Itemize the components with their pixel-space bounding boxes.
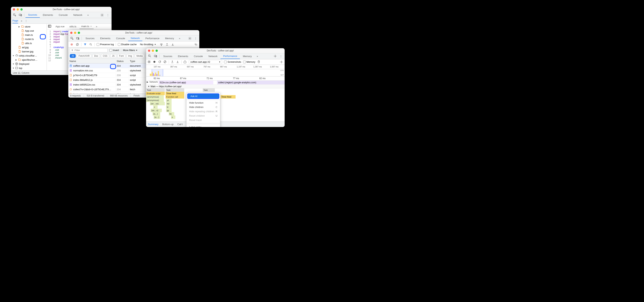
tab-network[interactable]: Network — [128, 36, 142, 41]
flame-fn[interactable]: (an…us) — [150, 102, 165, 105]
editor-tab-app[interactable]: App.vue — [54, 24, 66, 29]
settings-icon[interactable] — [187, 36, 192, 41]
menu-item-label-entry[interactable]: Label entry — [186, 125, 220, 127]
tab-memory[interactable]: Memory — [240, 54, 254, 59]
tab-elements[interactable]: Elements — [40, 12, 56, 17]
flame-fn[interactable]: (a…) — [152, 112, 160, 116]
more-tabs-icon[interactable]: » — [255, 53, 260, 59]
menu-item-ask-ai[interactable]: Ask AI — [187, 93, 219, 99]
settings-icon[interactable] — [272, 53, 278, 59]
tab-elements[interactable]: Elements — [175, 54, 191, 59]
memory-checkbox[interactable]: Memory — [243, 60, 255, 63]
flame-task[interactable]: Task — [146, 88, 165, 92]
chip-css[interactable]: CSS — [101, 54, 109, 58]
download-icon[interactable] — [171, 43, 174, 46]
flame-task[interactable]: Task — [166, 88, 184, 92]
upload-icon[interactable] — [165, 43, 169, 46]
flame-fn[interactable]: (an…s) — [150, 109, 162, 112]
network-conditions-icon[interactable] — [160, 43, 163, 46]
network-segment-css[interactable]: 522e.css (coffee-cart.app) — [158, 81, 213, 85]
flame-fn[interactable]: yz — [166, 99, 172, 102]
network-segment-collect[interactable]: collect (region1.google-analytics.com) — [217, 81, 285, 85]
tab-network[interactable]: Network — [206, 54, 220, 59]
tab-console[interactable]: Console — [191, 54, 206, 59]
col-type[interactable]: Type — [129, 60, 136, 63]
device-toolbar-icon[interactable] — [18, 12, 23, 18]
flame-fn[interactable]: e — [171, 116, 176, 119]
file-tree[interactable]: ▶storeApp.vuemain.tsrouter.tsutils.tsad.… — [11, 24, 47, 70]
tree-item[interactable]: App.vue — [11, 29, 46, 33]
flame-fn[interactable]: wz — [166, 102, 172, 105]
minimize-button[interactable] — [74, 32, 76, 34]
more-filters-dropdown[interactable]: More filters▼ — [123, 49, 138, 52]
record-start-icon[interactable] — [153, 60, 156, 64]
main-track-header[interactable]: ▼Main — https://coffee-cart.app/ — [146, 85, 285, 88]
record-icon[interactable] — [148, 60, 151, 64]
subtab-page[interactable]: Page — [12, 18, 18, 23]
maximize-button[interactable] — [78, 32, 80, 34]
flame-fn[interactable]: tz — [166, 105, 172, 109]
flame-task[interactable]: Task — [203, 88, 215, 92]
flame-timer-fired[interactable]: Timer fired — [221, 95, 236, 99]
more-tabs-icon[interactable]: » — [177, 36, 182, 41]
show-navigator-icon[interactable] — [48, 24, 52, 28]
maximize-button[interactable] — [156, 50, 158, 52]
inspect-icon[interactable] — [147, 53, 152, 59]
more-subtabs-icon[interactable]: » — [21, 19, 22, 22]
flame-fn[interactable]: (a…) — [154, 116, 160, 119]
panel-settings-icon[interactable] — [194, 43, 198, 46]
detail-ruler[interactable]: 62 ms67 ms72 ms77 ms82 ms — [146, 76, 285, 81]
tree-item[interactable]: ▼cdnjs.cloudflar… — [11, 53, 46, 58]
flame-fn[interactable]: c — [153, 105, 158, 109]
filter-icon[interactable] — [83, 43, 87, 46]
record-icon[interactable] — [70, 43, 74, 46]
menu-item-hide-children[interactable]: Hide childrenC — [186, 105, 220, 109]
col-name[interactable]: Name — [68, 60, 116, 63]
device-toolbar-icon[interactable] — [153, 53, 158, 59]
flame-timer-fired[interactable]: Timer fired — [166, 92, 184, 95]
more-menu-icon[interactable]: ⋮ — [278, 53, 284, 59]
more-tabs-icon[interactable]: » — [85, 12, 90, 18]
close-button[interactable] — [13, 8, 15, 10]
col-status[interactable]: Status — [116, 60, 129, 63]
preserve-log-checkbox[interactable]: Preserve log — [97, 43, 114, 46]
close-button[interactable] — [148, 50, 150, 52]
more-options-icon[interactable]: ⋮ — [25, 19, 27, 22]
upload-icon[interactable] — [171, 60, 174, 64]
filter-input[interactable]: Filter — [70, 48, 108, 52]
tree-item[interactable]: ▶ajax/libs/nor… — [11, 58, 46, 62]
btab-calltree[interactable]: Call t — [178, 123, 183, 126]
tree-item[interactable]: ad.jpg — [11, 45, 46, 49]
screenshots-checkbox[interactable]: Screenshots — [224, 60, 241, 63]
chip-img[interactable]: Img — [126, 54, 134, 58]
tab-performance[interactable]: Performance — [143, 36, 162, 41]
editor-tab-main[interactable]: main.ts× — [80, 24, 94, 29]
flame-fn[interactable]: by — [169, 112, 174, 116]
maximize-button[interactable] — [20, 8, 23, 10]
chip-doc[interactable]: Doc — [92, 54, 100, 58]
overview-strip[interactable]: CPU NET — [146, 69, 285, 76]
panel-settings-icon[interactable] — [280, 60, 283, 64]
menu-item-hide-function[interactable]: Hide functionH — [186, 101, 220, 105]
clear-icon[interactable] — [76, 43, 79, 46]
tree-item[interactable]: ▶store — [11, 24, 46, 29]
tab-console[interactable]: Console — [114, 36, 128, 41]
chip-fetch/xhr[interactable]: Fetch/XHR — [77, 54, 91, 58]
collect-garbage-icon[interactable] — [257, 60, 261, 64]
editor-tab-utils[interactable]: utils.ts — [68, 24, 78, 29]
more-editor-tabs-icon[interactable]: » — [95, 25, 98, 28]
close-tab-icon[interactable]: × — [90, 25, 92, 28]
recording-select[interactable]: coffee-cart.app #2▼ — [189, 60, 222, 64]
tree-item[interactable]: ▼top — [11, 66, 46, 70]
flame-evaluate-script[interactable]: Evaluate script — [146, 92, 165, 95]
chip-media[interactable]: Media — [135, 54, 144, 58]
search-icon[interactable] — [89, 43, 93, 46]
download-icon[interactable] — [176, 60, 180, 64]
settings-icon[interactable] — [100, 12, 105, 18]
tab-network[interactable]: Network — [71, 12, 85, 17]
chip-font[interactable]: Font — [118, 54, 125, 58]
reload-icon[interactable] — [158, 60, 162, 64]
close-button[interactable] — [70, 32, 72, 34]
tab-memory[interactable]: Memory — [162, 36, 177, 41]
flame-fn[interactable]: gy — [166, 109, 172, 112]
